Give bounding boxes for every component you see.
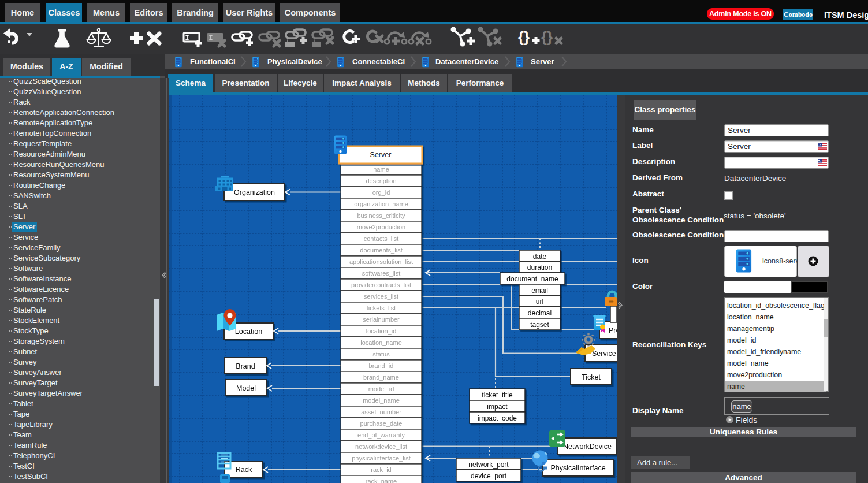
svg-text:ticket_title: ticket_title	[482, 391, 513, 399]
svg-text:tickets_list: tickets_list	[367, 304, 396, 311]
svg-text:{}: {}	[541, 28, 553, 46]
svg-text:end_of_warranty: end_of_warranty	[357, 432, 405, 439]
svg-text:duration: duration	[527, 263, 552, 272]
svg-text:move2production: move2production	[357, 224, 405, 231]
svg-text:impact_code: impact_code	[478, 414, 517, 422]
svg-text:PhysicalInterface: PhysicalInterface	[550, 464, 605, 472]
svg-text:Brand: Brand	[236, 362, 255, 370]
svg-text:organization_name: organization_name	[354, 200, 408, 207]
svg-text:rack_id: rack_id	[371, 466, 391, 473]
svg-text:business_criticity: business_criticity	[357, 212, 405, 219]
svg-text:brand_name: brand_name	[363, 374, 399, 381]
svg-text:services_list: services_list	[364, 293, 398, 300]
svg-text:{}: {}	[518, 28, 530, 46]
svg-text:applicationsolution_list: applicationsolution_list	[349, 258, 413, 265]
svg-text:Ticket: Ticket	[582, 373, 601, 381]
svg-text:document_name: document_name	[506, 275, 558, 283]
svg-text:device_port: device_port	[471, 472, 507, 480]
svg-text:Model: Model	[236, 384, 256, 392]
svg-text:network_port: network_port	[468, 460, 509, 469]
svg-text:location_id: location_id	[366, 328, 397, 335]
svg-text:documents_list: documents_list	[360, 247, 402, 254]
svg-text:date: date	[533, 252, 547, 261]
svg-text:status: status	[372, 351, 390, 358]
svg-text:Service: Service	[592, 350, 616, 358]
svg-text:org_id: org_id	[372, 189, 390, 196]
svg-text:decimal: decimal	[528, 309, 552, 317]
svg-text:Rack: Rack	[236, 466, 252, 474]
svg-text:location_name: location_name	[360, 339, 402, 346]
svg-text:Location: Location	[235, 328, 262, 336]
svg-text:networkdevice_list: networkdevice_list	[355, 443, 407, 450]
svg-text:serialnumber: serialnumber	[363, 316, 400, 323]
svg-text:softwares_list: softwares_list	[362, 270, 401, 277]
svg-text:email: email	[531, 287, 548, 295]
svg-text:ProviderContract: ProviderContract	[609, 326, 617, 335]
svg-text:description: description	[366, 177, 396, 184]
svg-text:asset_number: asset_number	[361, 408, 401, 415]
svg-text:url: url	[536, 298, 543, 306]
svg-text:impact: impact	[487, 403, 508, 411]
svg-text:model_id: model_id	[368, 385, 394, 392]
svg-text:purchase_date: purchase_date	[360, 420, 403, 427]
svg-text:rack_name: rack_name	[366, 478, 397, 483]
svg-text:name: name	[373, 166, 389, 173]
svg-text:brand_id: brand_id	[369, 362, 394, 369]
svg-text:tagset: tagset	[530, 321, 549, 329]
svg-text:model_name: model_name	[363, 397, 400, 404]
svg-text:NetworkDevice: NetworkDevice	[563, 443, 612, 451]
svg-text:providercontracts_list: providercontracts_list	[351, 281, 411, 288]
svg-text:physicalinterface_list: physicalinterface_list	[352, 455, 411, 462]
svg-text:contacts_list: contacts_list	[364, 235, 399, 242]
svg-text:Organization: Organization	[234, 188, 275, 196]
svg-text:Server: Server	[370, 151, 392, 159]
